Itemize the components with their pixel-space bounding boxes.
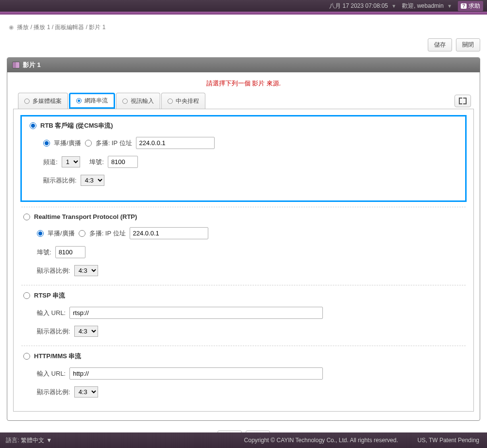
source-hint: 請選擇下列一個 影片 來源. (13, 79, 474, 88)
url-label: 輸入 URL: (37, 369, 66, 378)
tab-video-input-label: 視訊輸入 (131, 97, 154, 105)
rtb-unicast-label: 單播/廣播 (54, 139, 81, 148)
bullet-icon: ◉ (9, 24, 14, 31)
divider (21, 207, 466, 207)
rtp-unicast-radio[interactable] (37, 230, 44, 237)
channel-label: 頻道: (43, 158, 58, 166)
tab-central-schedule[interactable]: 中央排程 (161, 93, 205, 109)
datetime-dropdown[interactable]: 八月 17 2023 07:08:05 ▼ (329, 2, 396, 10)
video-panel: 影片 1 請選擇下列一個 影片 來源. 多媒體檔案 網路串流 視訊輸入 (7, 57, 480, 421)
tab-content: RTB 客戶端 (從CMS串流) 單播/廣播 多播: IP 位址 (13, 109, 474, 412)
rtsp-url-input[interactable] (69, 307, 323, 319)
patent-text: US, TW Patent Pending (418, 437, 479, 444)
rtp-ratio-select[interactable]: 4:3 (74, 265, 98, 276)
http-url-input[interactable] (69, 367, 323, 380)
welcome-prefix: 歡迎, (402, 2, 415, 9)
port-label: 埠號: (37, 248, 51, 257)
rtb-channel-select[interactable]: 1 (62, 156, 80, 167)
rtp-title: Realtime Transport Protocol (RTP) (34, 213, 137, 220)
breadcrumb: ◉ 播放 / 播放 1 / 面板編輯器 / 影片 1 (9, 23, 480, 32)
caret-down-icon: ▼ (46, 437, 52, 444)
tab-central-schedule-label: 中央排程 (176, 97, 199, 105)
divider (21, 285, 466, 285)
caret-down-icon: ▼ (391, 3, 396, 9)
ratio-label: 顯示器比例: (37, 388, 70, 397)
rtsp-source-radio[interactable] (23, 292, 30, 299)
rtb-ip-input[interactable] (136, 137, 215, 149)
username-text: webadmin (417, 2, 444, 9)
rtp-unicast-label: 單播/廣播 (48, 229, 75, 238)
ratio-label: 顯示器比例: (37, 266, 70, 275)
user-dropdown[interactable]: 歡迎, webadmin ▼ (402, 2, 452, 10)
tab-multimedia[interactable]: 多媒體檔案 (18, 93, 68, 109)
tab-network-stream[interactable]: 網路串流 (69, 93, 115, 109)
rtb-port-input[interactable] (108, 156, 138, 168)
rtb-title: RTB 客戶端 (從CMS串流) (40, 121, 113, 130)
http-ratio-select[interactable]: 4:3 (74, 386, 98, 398)
port-label: 埠號: (89, 158, 104, 166)
http-title: HTTP/MMS 串流 (34, 352, 82, 361)
panel-header: 影片 1 (7, 58, 480, 72)
rtb-source-radio[interactable] (30, 122, 36, 129)
help-button[interactable]: ? 求助 (458, 1, 483, 11)
http-source-radio[interactable] (23, 353, 30, 360)
radio-icon (122, 99, 128, 104)
divider (21, 346, 466, 346)
datetime-text: 八月 17 2023 07:08:05 (329, 2, 388, 9)
breadcrumb-text: 播放 / 播放 1 / 面板編輯器 / 影片 1 (17, 24, 105, 31)
caret-down-icon: ▼ (447, 3, 452, 9)
fullscreen-button[interactable] (454, 95, 471, 107)
language-dropdown[interactable]: 繁體中文 ▼ (21, 436, 52, 445)
help-label: 求助 (469, 2, 480, 10)
panel-title: 影片 1 (23, 61, 41, 69)
rtp-multicast-label: 多播: IP 位址 (89, 229, 126, 238)
ratio-label: 顯示器比例: (37, 327, 70, 336)
video-icon (12, 62, 20, 68)
radio-icon (168, 99, 173, 104)
footer-bar: 語言: 繁體中文 ▼ Copyright © CAYIN Technology … (0, 432, 487, 448)
rtp-port-input[interactable] (55, 246, 85, 258)
radio-icon (76, 98, 82, 103)
tab-multimedia-label: 多媒體檔案 (33, 97, 62, 105)
rtsp-ratio-select[interactable]: 4:3 (74, 326, 98, 337)
question-icon: ? (461, 3, 467, 9)
radio-icon (24, 99, 30, 104)
rtp-source-radio[interactable] (23, 214, 30, 220)
rtsp-title: RTSP 串流 (34, 291, 65, 300)
language-label: 語言: (6, 436, 19, 445)
language-value: 繁體中文 (21, 436, 44, 445)
copyright-text: Copyright © CAYIN Technology Co., Ltd. A… (244, 437, 398, 444)
tab-network-stream-label: 網路串流 (84, 97, 108, 105)
url-label: 輸入 URL: (37, 309, 66, 317)
rtp-multicast-radio[interactable] (79, 230, 85, 237)
tab-video-input[interactable]: 視訊輸入 (116, 93, 160, 109)
close-button[interactable]: 關閉 (456, 38, 480, 51)
fullscreen-icon (459, 98, 467, 104)
rtb-unicast-radio[interactable] (43, 140, 50, 147)
rtp-ip-input[interactable] (130, 227, 208, 239)
ratio-label: 顯示器比例: (43, 176, 77, 185)
top-bar: 八月 17 2023 07:08:05 ▼ 歡迎, webadmin ▼ ? 求… (0, 0, 487, 12)
save-button[interactable]: 儲存 (428, 38, 452, 51)
rtb-ratio-select[interactable]: 4:3 (81, 175, 104, 186)
rtb-multicast-radio[interactable] (85, 140, 92, 147)
rtb-multicast-label: 多播: IP 位址 (96, 139, 132, 148)
rtb-highlight: RTB 客戶端 (從CMS串流) 單播/廣播 多播: IP 位址 (20, 115, 467, 202)
